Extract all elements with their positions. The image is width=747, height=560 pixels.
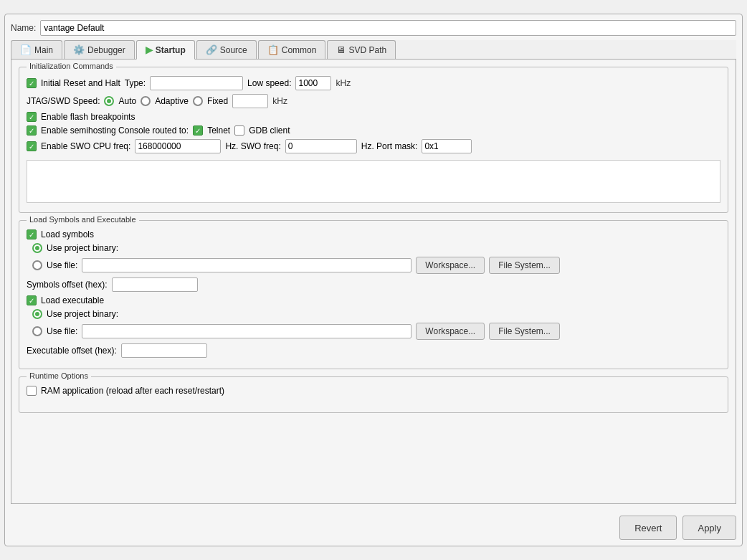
init-commands-textarea[interactable] — [27, 160, 720, 203]
load-symbols-section: Load Symbols and Executable ✓ Load symbo… — [19, 220, 728, 369]
filesystem-exec-button[interactable]: File System... — [489, 323, 560, 340]
exec-offset-input[interactable] — [121, 343, 207, 358]
init-section-title: Initialization Commands — [27, 62, 116, 70]
initial-reset-row: ✓ Initial Reset and Halt Type: Low speed… — [27, 76, 720, 90]
symbols-offset-input[interactable] — [112, 277, 198, 292]
name-row: Name: — [11, 20, 736, 36]
use-file-symbols-row: Use file: Workspace... File System... — [27, 257, 720, 274]
low-speed-input[interactable] — [295, 76, 331, 90]
jtag-unit: kHz — [272, 96, 287, 106]
jtag-adaptive-radio[interactable] — [141, 96, 151, 106]
semihosting-label: Enable semihosting Console routed to: — [41, 125, 189, 136]
use-file-symbols-label: Use file: — [47, 260, 77, 270]
ram-application-row: RAM application (reload after each reset… — [27, 386, 720, 396]
semihosting-row: ✓ Enable semihosting Console routed to: … — [27, 125, 720, 136]
apply-button[interactable]: Apply — [682, 516, 736, 540]
swo-row: ✓ Enable SWO CPU freq: Hz. SWO freq: Hz.… — [27, 139, 720, 153]
tab-debugger[interactable]: ⚙️ Debugger — [64, 40, 135, 59]
jtag-adaptive-label: Adaptive — [155, 96, 189, 106]
tab-source-label: Source — [220, 45, 247, 55]
source-tab-icon: 🔗 — [206, 44, 217, 55]
exec-offset-label: Executable offset (hex): — [27, 346, 117, 356]
swo-checkbox[interactable]: ✓ — [27, 141, 37, 151]
gdb-checkbox[interactable] — [234, 125, 244, 136]
semihosting-checkbox[interactable]: ✓ — [27, 125, 37, 136]
use-project-binary-exec-radio[interactable] — [32, 309, 42, 319]
jtag-fixed-radio[interactable] — [193, 96, 203, 106]
type-input[interactable] — [150, 76, 243, 90]
dialog-footer: Revert Apply — [11, 510, 736, 540]
runtime-section: Runtime Options RAM application (reload … — [19, 376, 728, 413]
main-dialog: Name: 📄 Main ⚙️ Debugger ▶ Startup 🔗 Sou… — [4, 14, 743, 546]
tab-main-label: Main — [34, 45, 53, 55]
swo-freq-input[interactable] — [285, 139, 357, 153]
use-project-binary-exec-row: Use project binary: — [27, 309, 720, 319]
load-symbols-label: Load symbols — [41, 229, 94, 239]
load-symbols-checkbox[interactable]: ✓ — [27, 229, 37, 239]
use-project-binary-symbols-radio[interactable] — [32, 243, 42, 253]
flash-breakpoints-label: Enable flash breakpoints — [41, 112, 135, 122]
load-executable-label: Load executable — [41, 295, 104, 305]
jtag-label: JTAG/SWD Speed: — [27, 96, 100, 106]
load-executable-checkbox[interactable]: ✓ — [27, 295, 37, 305]
svdpath-tab-icon: 🖥 — [336, 44, 346, 55]
init-section-content: ✓ Initial Reset and Halt Type: Low speed… — [27, 76, 720, 205]
tab-svdpath[interactable]: 🖥 SVD Path — [327, 40, 396, 59]
telnet-checkbox[interactable]: ✓ — [193, 125, 203, 136]
revert-button[interactable]: Revert — [619, 516, 677, 540]
initial-reset-label: Initial Reset and Halt — [41, 78, 120, 88]
use-project-binary-symbols-row: Use project binary: — [27, 243, 720, 253]
jtag-auto-label: Auto — [118, 96, 136, 106]
tab-startup[interactable]: ▶ Startup — [136, 40, 195, 60]
init-commands-section: Initialization Commands ✓ Initial Reset … — [19, 67, 728, 213]
use-project-binary-exec-label: Use project binary: — [47, 309, 118, 319]
tab-startup-label: Startup — [156, 45, 186, 55]
load-section-content: ✓ Load symbols Use project binary: Use f… — [27, 229, 720, 358]
use-file-exec-label: Use file: — [47, 326, 77, 336]
exec-offset-row: Executable offset (hex): — [27, 343, 720, 358]
load-symbols-row: ✓ Load symbols — [27, 229, 720, 239]
tabs-bar: 📄 Main ⚙️ Debugger ▶ Startup 🔗 Source 📋 … — [11, 40, 736, 60]
swo-cpu-input[interactable] — [135, 139, 221, 153]
name-input[interactable] — [40, 20, 736, 36]
tab-common[interactable]: 📋 Common — [258, 40, 326, 59]
use-file-exec-radio[interactable] — [32, 326, 42, 336]
workspace-exec-button[interactable]: Workspace... — [416, 323, 485, 340]
use-file-symbols-radio[interactable] — [32, 260, 42, 270]
workspace-symbols-button[interactable]: Workspace... — [416, 257, 485, 274]
jtag-speed-row: JTAG/SWD Speed: Auto Adaptive Fixed kHz — [27, 94, 720, 108]
jtag-fixed-label: Fixed — [207, 96, 228, 106]
use-file-exec-row: Use file: Workspace... File System... — [27, 323, 720, 340]
use-project-binary-symbols-label: Use project binary: — [47, 243, 118, 253]
common-tab-icon: 📋 — [267, 44, 279, 55]
tab-common-label: Common — [282, 45, 317, 55]
symbols-offset-label: Symbols offset (hex): — [27, 280, 108, 290]
type-label: Type: — [125, 78, 146, 88]
initial-reset-checkbox[interactable]: ✓ — [27, 78, 37, 88]
ram-application-checkbox[interactable] — [27, 386, 37, 396]
gdb-label: GDB client — [249, 125, 290, 136]
flash-breakpoints-checkbox[interactable]: ✓ — [27, 112, 37, 122]
filesystem-symbols-button[interactable]: File System... — [489, 257, 560, 274]
swo-hz2: Hz. Port mask: — [361, 141, 418, 151]
use-file-exec-input[interactable] — [82, 324, 411, 338]
tab-source[interactable]: 🔗 Source — [196, 40, 257, 59]
jtag-auto-radio[interactable] — [104, 96, 114, 106]
debugger-tab-icon: ⚙️ — [73, 44, 85, 55]
tab-debugger-label: Debugger — [87, 45, 125, 55]
tab-main[interactable]: 📄 Main — [11, 40, 62, 59]
load-section-title: Load Symbols and Executable — [27, 215, 139, 224]
tab-content: Initialization Commands ✓ Initial Reset … — [11, 60, 736, 504]
use-file-symbols-input[interactable] — [82, 258, 411, 272]
low-speed-unit: kHz — [336, 78, 351, 88]
ram-application-label: RAM application (reload after each reset… — [41, 386, 224, 396]
telnet-label: Telnet — [207, 125, 230, 136]
swo-port-input[interactable] — [422, 139, 472, 153]
tab-svdpath-label: SVD Path — [348, 45, 386, 55]
runtime-section-title: Runtime Options — [27, 371, 91, 380]
swo-hz1: Hz. SWO freq: — [225, 141, 280, 151]
runtime-section-content: RAM application (reload after each reset… — [27, 386, 720, 396]
load-executable-row: ✓ Load executable — [27, 295, 720, 305]
main-tab-icon: 📄 — [20, 44, 32, 55]
jtag-fixed-input[interactable] — [232, 94, 268, 108]
